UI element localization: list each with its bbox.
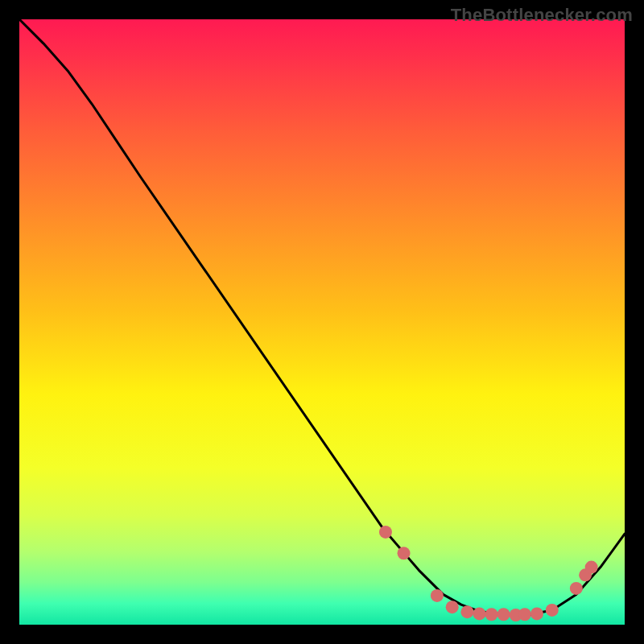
marker-dot [570,582,583,595]
chart-svg [19,19,625,625]
marker-dot [585,561,598,574]
marker-dot [473,607,486,620]
marker-dot [546,604,559,617]
marker-dot [518,608,531,621]
chart-frame: TheBottlenecker.com [0,0,644,644]
gradient-background [19,19,625,625]
attribution-text: TheBottlenecker.com [451,5,633,26]
marker-dot [530,607,543,620]
marker-dot [446,601,459,613]
marker-dot [485,608,498,621]
marker-dot [460,605,473,618]
marker-dot [431,589,444,602]
plot-area [19,19,625,625]
marker-dot [398,547,411,559]
marker-dot [379,526,392,539]
marker-dot [497,608,510,621]
